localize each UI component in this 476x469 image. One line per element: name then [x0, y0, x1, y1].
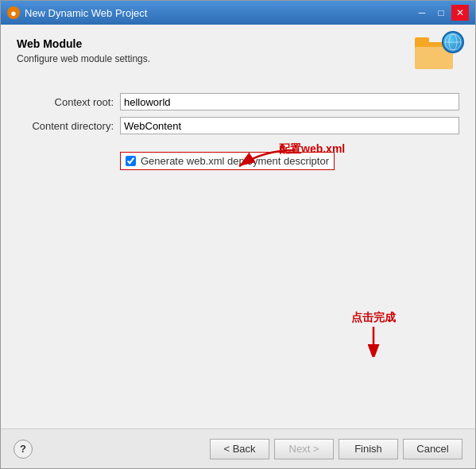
minimize-button[interactable]: ─ — [413, 5, 431, 21]
finish-arrow-svg — [362, 325, 385, 357]
bottom-left: ? — [14, 440, 33, 459]
help-button[interactable]: ? — [14, 440, 33, 459]
title-bar: ● New Dynamic Web Project ─ □ ✕ — [1, 1, 475, 25]
title-bar-controls: ─ □ ✕ — [413, 5, 469, 21]
context-root-input[interactable] — [120, 93, 459, 110]
section-title: Web Module — [17, 37, 407, 50]
header-text: Web Module Configure web module settings… — [17, 37, 407, 64]
finish-button[interactable]: Finish — [339, 439, 398, 459]
finish-annotation: 点击完成 — [351, 311, 396, 357]
app-icon: ● — [7, 6, 20, 19]
content-directory-input[interactable] — [120, 117, 459, 134]
section-desc: Configure web module settings. — [17, 53, 407, 64]
content-directory-row: Content directory: — [17, 117, 459, 134]
content-area: Web Module Configure web module settings… — [1, 25, 475, 428]
globe-icon — [442, 31, 464, 53]
close-button[interactable]: ✕ — [451, 5, 469, 21]
generate-webxml-checkbox[interactable] — [126, 156, 136, 166]
context-root-row: Context root: — [17, 93, 459, 110]
cancel-button[interactable]: Cancel — [403, 439, 462, 459]
header-icon — [415, 37, 459, 77]
finish-annotation-text: 点击完成 — [351, 311, 396, 325]
title-bar-left: ● New Dynamic Web Project — [7, 6, 147, 19]
bottom-bar: ? < Back Next > Finish Cancel — [1, 428, 475, 468]
window-title: New Dynamic Web Project — [25, 7, 147, 19]
main-window: ● New Dynamic Web Project ─ □ ✕ Web Modu… — [0, 0, 476, 469]
back-button[interactable]: < Back — [210, 439, 269, 459]
content-directory-label: Content directory: — [17, 120, 120, 132]
next-button[interactable]: Next > — [274, 439, 334, 459]
context-root-label: Context root: — [17, 96, 120, 108]
globe-svg — [443, 33, 462, 52]
bottom-right: < Back Next > Finish Cancel — [210, 439, 462, 459]
xml-annotation: 配置web.xml — [215, 142, 311, 184]
header-section: Web Module Configure web module settings… — [17, 37, 459, 77]
xml-annotation-text: 配置web.xml — [279, 142, 345, 157]
maximize-button[interactable]: □ — [432, 5, 450, 21]
